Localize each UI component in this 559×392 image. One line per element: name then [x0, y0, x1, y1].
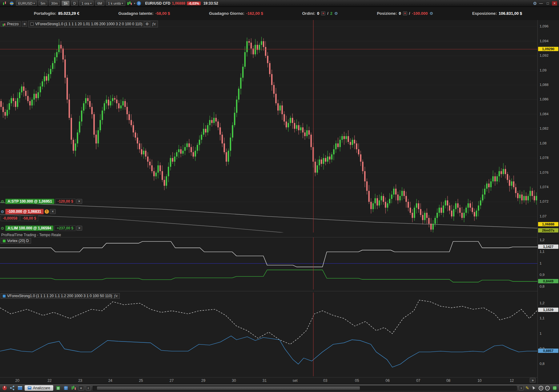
- chart-scrollbar[interactable]: [93, 386, 517, 390]
- portfolio-item: Portafoglio:85.023,29 €: [34, 11, 79, 16]
- price-axis[interactable]: 1,0961,0941,0921,091,0881,0861,0841,0821…: [537, 20, 559, 384]
- order-gear-icon[interactable]: ⚙: [1, 199, 4, 204]
- axis-tick-label: 0,9: [540, 273, 545, 277]
- vfs-tab[interactable]: VForexStrong1.0 (1 1 1 1 20 1.1 1.2 200 …: [1, 293, 120, 299]
- legend-menu-icon[interactable]: ≡: [22, 21, 27, 27]
- cancel-orders-icon[interactable]: ×: [321, 11, 325, 15]
- symbol-select[interactable]: EURUSD▾: [16, 1, 37, 6]
- wrench-icon[interactable]: ⚙: [144, 21, 150, 27]
- prezzo-tab[interactable]: Prezzo: [1, 21, 21, 27]
- orders-gear-icon[interactable]: ⚙: [334, 11, 338, 16]
- close-button[interactable]: ×: [552, 1, 557, 6]
- platform-watermark: ProRealTime Trading - Tempo Reale: [1, 233, 61, 237]
- period-label: 1 ora: [82, 2, 89, 5]
- fx-icon[interactable]: ƒx: [114, 294, 118, 298]
- panel-divider[interactable]: [0, 291, 537, 291]
- axis-price-badge: 1,1539: [538, 308, 558, 312]
- grid-icon[interactable]: [552, 385, 557, 391]
- scroll-to-latest-button[interactable]: »: [530, 378, 536, 383]
- axis-tick-label: 1,088: [540, 83, 549, 87]
- maximize-button[interactable]: □: [545, 1, 550, 6]
- time-axis-label: 30: [232, 378, 236, 383]
- indicator-checkbox[interactable]: [30, 22, 34, 26]
- limit-order-row: ⚙ A:LIM 100.000 @ 1,06594 +237,00 $ ×: [1, 225, 82, 231]
- axis-tick-label: 1,082: [540, 127, 549, 130]
- workspace-icon[interactable]: [9, 1, 14, 6]
- position-points: -0,00058: [1, 216, 19, 221]
- window-icon[interactable]: [17, 385, 23, 391]
- close-position-icon[interactable]: ×: [50, 209, 56, 214]
- quote-symbol: EUR/USD CFD: [145, 1, 170, 6]
- position-gear-icon[interactable]: ⚙: [1, 209, 4, 214]
- tf-5m-button[interactable]: 5m: [38, 1, 47, 6]
- tf-30m-button[interactable]: 30m: [49, 1, 60, 6]
- position-gear-icon[interactable]: ⚙: [429, 11, 433, 16]
- fx-icon[interactable]: ƒx: [152, 22, 156, 26]
- close-position-icon[interactable]: ×: [403, 11, 407, 15]
- scroll-far-left-button[interactable]: «: [78, 386, 84, 390]
- scroll-right-button[interactable]: ›: [519, 386, 524, 390]
- zoom-in-icon[interactable]: +: [539, 386, 543, 390]
- daily-pnl-value: -162,00 $: [246, 11, 263, 16]
- stop-order-badge[interactable]: A:STP 100.000 @ 1,06951: [5, 199, 54, 204]
- chart-style-icon[interactable]: [127, 1, 132, 6]
- zoom-out-icon[interactable]: −: [545, 386, 550, 390]
- table-icon[interactable]: [63, 385, 69, 391]
- scroll-left-button[interactable]: ‹: [86, 386, 91, 390]
- time-axis-label: 05: [355, 378, 359, 383]
- tf-d-button[interactable]: D: [71, 1, 78, 6]
- vortex-chart-canvas[interactable]: [0, 237, 537, 289]
- time-axis-label: 24: [108, 378, 112, 383]
- quote-time: 19:33:52: [203, 1, 218, 6]
- axis-tick-label: 0,8: [540, 285, 545, 288]
- tab-analizzare[interactable]: Analizzare: [25, 385, 53, 391]
- axis-tick-label: 1,096: [540, 24, 549, 28]
- vfs-chart-canvas[interactable]: [0, 293, 537, 376]
- axis-tick-label: 1,09: [540, 68, 546, 72]
- time-axis-label: 10: [477, 378, 481, 383]
- time-axis-label: 07: [416, 378, 420, 383]
- limit-order-badge[interactable]: A:LIM 100.000 @ 1,06594: [5, 225, 54, 231]
- candlestick-icon: [3, 23, 6, 26]
- axis-tick-label: 1,2: [540, 238, 545, 242]
- chart-window-icon[interactable]: [70, 385, 76, 391]
- minimize-button[interactable]: —: [538, 1, 544, 6]
- quote-price: 1,06888: [172, 1, 185, 6]
- draw-icon[interactable]: ✎: [525, 386, 529, 390]
- pointer-icon[interactable]: [531, 385, 537, 391]
- price-indicator-legend: VForexStrong1.0 (1 1 1 1 20 1.01 1.05 20…: [28, 21, 158, 27]
- units-select[interactable]: 1 k unità▾: [106, 1, 125, 6]
- power-icon[interactable]: [2, 385, 7, 391]
- time-axis-label: 22: [47, 378, 51, 383]
- vortex-tab[interactable]: Vortex (20) D: [1, 238, 31, 244]
- axis-tick-label: 1,08: [540, 141, 546, 145]
- limit-order-pnl: +237,00 $: [54, 225, 75, 231]
- chart-area: ProRealTime Trading - Tempo Reale Prezzo…: [0, 20, 559, 384]
- exposure-item: Esposizione:106.831,00 $: [472, 11, 522, 16]
- axis-tick-label: 1,094: [540, 39, 549, 43]
- chevron-down-icon: ▾: [33, 2, 35, 5]
- period-select[interactable]: 1 ora▾: [79, 1, 94, 6]
- tf-1h-button[interactable]: 1h: [62, 1, 70, 6]
- scrollbar-thumb[interactable]: [97, 386, 360, 390]
- axis-price-badge: 0,8449: [538, 279, 558, 283]
- app-chart-icon[interactable]: [2, 1, 7, 6]
- settings-gear-icon[interactable]: ⚙: [533, 1, 537, 6]
- info-icon[interactable]: i: [137, 1, 141, 6]
- order-gear-icon[interactable]: ⚙: [1, 226, 4, 231]
- position-row: ⚙ -100.000 @ 1,06831 ! ×: [1, 209, 56, 214]
- axis-price-badge: 0,8857: [538, 349, 558, 353]
- axis-tick-label: 1,084: [540, 112, 549, 116]
- cancel-limit-icon[interactable]: ×: [76, 226, 82, 231]
- axis-tick-label: 1,072: [540, 200, 549, 203]
- indicator-label: VForexStrong1.0 (1 1 1 1 20 1.01 1.05 20…: [35, 22, 142, 26]
- share-icon[interactable]: [9, 385, 15, 391]
- axis-tick-label: 1,07: [540, 214, 546, 218]
- position-badge[interactable]: -100.000 @ 1,06831: [5, 209, 44, 214]
- axis-tick-label: 1,078: [540, 156, 549, 160]
- axis-tick-label: 1,086: [540, 97, 549, 101]
- chart-style-dropdown-icon[interactable]: ▾: [134, 2, 135, 5]
- new-list-icon[interactable]: [55, 385, 61, 391]
- range-6m-button[interactable]: 6M: [95, 1, 104, 6]
- cancel-stop-icon[interactable]: ×: [76, 199, 82, 204]
